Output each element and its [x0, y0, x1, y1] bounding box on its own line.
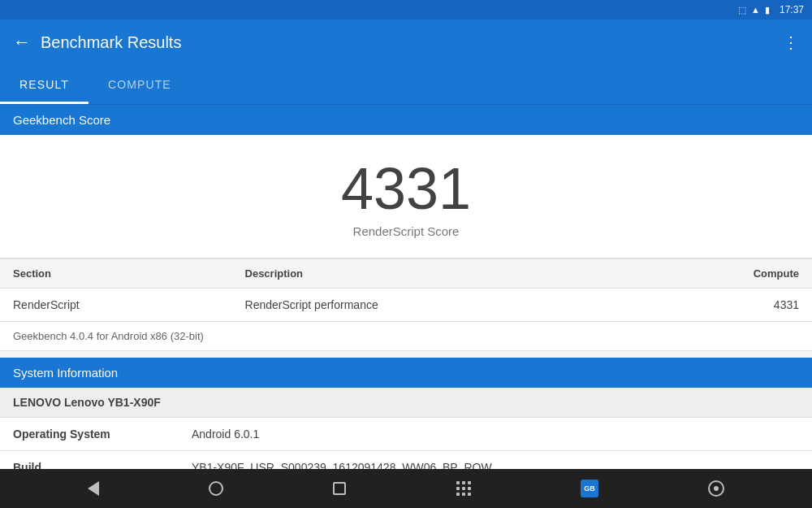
table-row: RenderScript RenderScript performance 43… — [0, 289, 812, 322]
geekbench-score-section: Geekbench Score 4331 RenderScript Score … — [0, 105, 812, 351]
tab-compute[interactable]: COMPUTE — [89, 65, 191, 104]
nav-apps-button[interactable] — [456, 481, 471, 496]
wifi-icon: ▲ — [751, 5, 760, 15]
status-time: 17:37 — [780, 4, 804, 15]
status-bar: ⬚ ▲ ▮ 17:37 — [0, 0, 812, 20]
nav-settings-button[interactable] — [708, 480, 724, 497]
info-value-build: YB1-X90F_USR_S000239_1612091428_WW06_BP_… — [179, 451, 812, 470]
score-number: 4331 — [13, 159, 799, 218]
app-bar: ← Benchmark Results ⋮ — [0, 20, 812, 65]
info-row-build: Build YB1-X90F_USR_S000239_1612091428_WW… — [0, 451, 812, 470]
system-info-header: System Information — [0, 358, 812, 388]
back-button[interactable]: ← — [13, 32, 31, 53]
nav-geekbench-button[interactable]: GB — [581, 480, 598, 497]
main-content: Geekbench Score 4331 RenderScript Score … — [0, 105, 812, 470]
nav-bar: GB — [0, 469, 812, 508]
screenshot-icon: ⬚ — [738, 5, 746, 15]
overflow-menu-button[interactable]: ⋮ — [783, 33, 799, 52]
app-title: Benchmark Results — [41, 33, 783, 52]
col-compute: Compute — [632, 259, 812, 289]
nav-back-button[interactable] — [88, 481, 99, 496]
device-title: LENOVO Lenovo YB1-X90F — [0, 388, 812, 418]
nav-recents-button[interactable] — [333, 482, 346, 495]
col-description: Description — [232, 259, 633, 289]
cell-compute: 4331 — [632, 289, 812, 322]
results-table: Section Description Compute RenderScript… — [0, 258, 812, 322]
score-card: 4331 RenderScript Score — [0, 135, 812, 258]
tabs-bar: RESULT COMPUTE — [0, 65, 812, 105]
system-info-section: System Information LENOVO Lenovo YB1-X90… — [0, 358, 812, 470]
info-value-os: Android 6.0.1 — [179, 418, 812, 450]
info-label-os: Operating System — [0, 418, 179, 450]
cell-section: RenderScript — [0, 289, 232, 322]
settings-icon — [708, 480, 724, 497]
status-bar-icons: ⬚ ▲ ▮ 17:37 — [738, 4, 804, 15]
col-section: Section — [0, 259, 232, 289]
footer-note: Geekbench 4.0.4 for Android x86 (32-bit) — [0, 322, 812, 351]
score-label: RenderScript Score — [13, 224, 799, 238]
cell-description: RenderScript performance — [232, 289, 633, 322]
geekbench-score-header: Geekbench Score — [0, 105, 812, 135]
info-row-os: Operating System Android 6.0.1 — [0, 418, 812, 451]
info-label-build: Build — [0, 451, 179, 470]
nav-home-button[interactable] — [209, 481, 223, 496]
battery-icon: ▮ — [765, 5, 770, 15]
table-header-row: Section Description Compute — [0, 259, 812, 289]
tab-result[interactable]: RESULT — [0, 65, 89, 104]
